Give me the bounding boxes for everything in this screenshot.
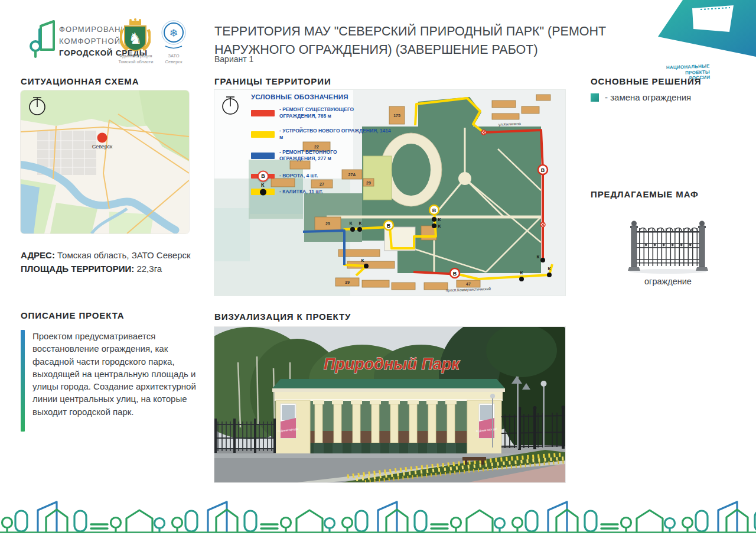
svg-text:47: 47 <box>466 282 471 286</box>
legend-row-gates: В - ВОРОТА, 4 шт. <box>251 173 392 179</box>
tomsk-emblem: ♞ <box>120 18 151 54</box>
area-value: 22,3га <box>136 264 162 274</box>
skyline-border <box>0 498 756 535</box>
svg-text:К: К <box>438 223 441 229</box>
red-bar-icon <box>251 110 275 116</box>
svg-text:♞: ♞ <box>128 30 142 47</box>
area-label: ПЛОЩАДЬ ТЕРРИТОРИИ: <box>21 264 134 274</box>
svg-text:❄: ❄ <box>169 27 178 39</box>
address-value: Томская область, ЗАТО Северск <box>57 250 190 260</box>
svg-text:К: К <box>537 254 540 260</box>
svg-text:К: К <box>359 221 362 226</box>
blue-bar-icon <box>251 153 275 159</box>
svg-text:В: В <box>387 223 391 229</box>
legend-row-existing-fence: - РЕМОНТ СУЩЕСТВУЮЩЕГО ОГРАЖДЕНИЯ, 765 м <box>251 106 392 119</box>
tomsk-caption: Администрация Томской области <box>115 53 157 65</box>
legend-row-new-fence: - УСТРОЙСТВО НОВОГО ОГРАЖДЕНИЯ, 1414 м <box>251 128 392 141</box>
fence-illustration <box>621 212 715 278</box>
svg-text:В: В <box>432 207 436 213</box>
situational-heading: СИТУАЦИОННАЯ СХЕМА <box>21 76 139 86</box>
wicket-letter: К <box>261 182 265 188</box>
maf-heading: ПРЕДЛАГАЕМЫЕ МАФ <box>591 189 699 199</box>
zato-caption: ЗАТО Северск <box>161 53 187 65</box>
tomsk-caption-1: Администрация <box>115 53 157 59</box>
zato-caption-1: ЗАТО <box>161 53 187 59</box>
address-label: АДРЕС: <box>21 250 55 260</box>
description-accent-bar <box>21 330 25 432</box>
svg-text:В: В <box>453 271 457 277</box>
national-projects-badge: НАЦИОНАЛЬНЫЕ ПРОЕКТЫ РОССИИ <box>656 0 756 62</box>
description-section: ОПИСАНИЕ ПРОЕКТА Проектом предусматривае… <box>21 310 198 432</box>
svg-text:К: К <box>350 221 353 226</box>
visualization-heading: ВИЗУАЛИЗАЦИЯ К ПРОЕКТУ <box>214 312 565 322</box>
legend-title: УСЛОВНЫЕ ОБОЗНАЧЕНИЯ <box>251 93 392 100</box>
variant-label: Вариант 1 <box>214 54 253 64</box>
teal-square-icon <box>591 93 599 102</box>
tomsk-caption-2: Томской области <box>115 59 157 65</box>
situational-map: Северск <box>21 90 189 234</box>
svg-text:25: 25 <box>325 222 330 226</box>
description-heading: ОПИСАНИЕ ПРОЕКТА <box>21 310 198 320</box>
address-block: АДРЕС: Томская область, ЗАТО Северск ПЛО… <box>21 248 198 276</box>
svg-text:К: К <box>361 258 364 263</box>
svg-text:В: В <box>541 167 545 173</box>
fkgs-logo-icon <box>19 15 56 61</box>
solutions-heading: ОСНОВНЫЕ РЕШЕНИЯ <box>591 76 701 86</box>
svg-text:К: К <box>520 270 523 275</box>
page-title: ТЕРРИТОРИЯ МАУ "СЕВЕРСКИЙ ПРИРОДНЫЙ ПАРК… <box>214 22 622 59</box>
svg-text:К: К <box>548 266 551 271</box>
maf-caption: ограждение <box>591 277 745 286</box>
boundaries-heading: ГРАНИЦЫ ТЕРРИТОРИИ <box>214 76 331 86</box>
description-text: Проектом предусматривается восстановлени… <box>32 330 198 432</box>
park-sign-text: Природный Парк <box>324 355 460 373</box>
solution-item: - замена ограждения <box>591 92 691 102</box>
visualization-photo: Природный Парк С Днем города! С <box>214 327 565 482</box>
zato-caption-2: Северск <box>161 59 187 65</box>
svg-text:175: 175 <box>393 114 400 118</box>
svg-text:39: 39 <box>345 280 350 284</box>
legend-row-wickets: К - КАЛИТКА, 11 шт. <box>251 189 392 195</box>
territory-map: 175 22 27А 27 29 25 39 47 В В В <box>214 90 565 296</box>
city-label: Северск <box>92 144 113 150</box>
yellow-bar-icon <box>251 131 275 138</box>
solution-label: - замена ограждения <box>605 92 691 102</box>
visualization-section: ВИЗУАЛИЗАЦИЯ К ПРОЕКТУ Природный Парк <box>214 312 565 482</box>
map-legend: УСЛОВНЫЕ ОБОЗНАЧЕНИЯ - РЕМОНТ СУЩЕСТВУЮЩ… <box>251 93 392 203</box>
wicket-dot-icon <box>260 189 266 195</box>
gate-symbol-icon: В <box>258 170 269 181</box>
legend-row-concrete-fence: - РЕМОНТ БЕТОННОГО ОГРАЖДЕНИЯ, 277 м <box>251 149 392 162</box>
svg-text:К: К <box>438 217 441 222</box>
zato-emblem: ❄ <box>159 19 188 53</box>
